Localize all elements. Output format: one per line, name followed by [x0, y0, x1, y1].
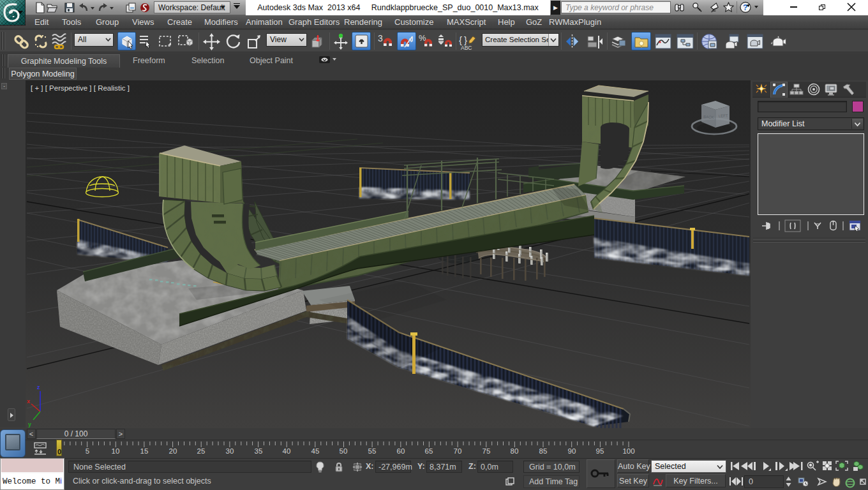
svg-text:?: ? [743, 3, 747, 12]
svg-text:x: x [27, 398, 30, 405]
svg-text:[ + ] [ Perspective ] [ Realis: [ + ] [ Perspective ] [ Realistic ] [31, 84, 130, 92]
svg-text:LEFT: LEFT [719, 114, 728, 118]
svg-text:{ }: { } [459, 34, 467, 45]
svg-text:BACK: BACK [703, 115, 714, 119]
svg-text:ABC: ABC [461, 45, 472, 51]
svg-text:z: z [37, 384, 40, 390]
svg-text:y: y [28, 421, 31, 427]
svg-text:3: 3 [378, 33, 383, 43]
